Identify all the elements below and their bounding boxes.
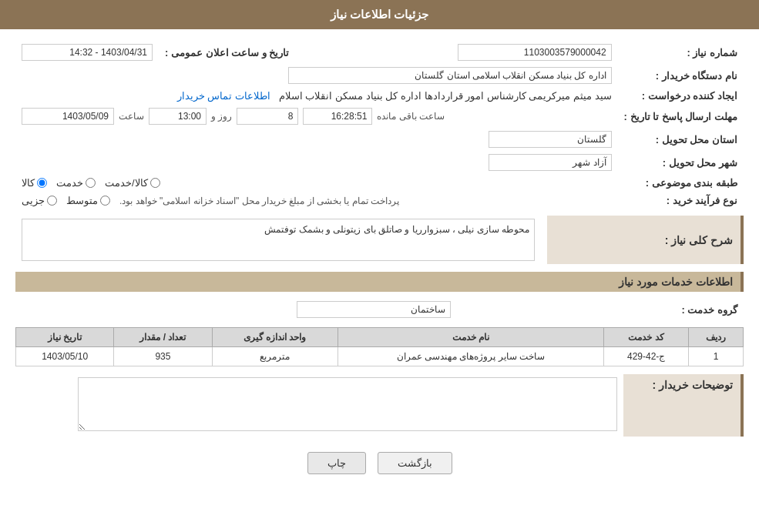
col-date: تاریخ نیاز	[16, 328, 114, 347]
main-content: شماره نیاز : 1103003579000042 تاریخ و سا…	[0, 29, 759, 494]
creator-text: سید میثم میرکریمی کارشناس امور قراردادها…	[279, 90, 612, 102]
category-both-option[interactable]: کالا/خدمت	[105, 177, 160, 189]
service-group-display: ساختمان	[297, 301, 451, 318]
print-button[interactable]: چاپ	[307, 452, 366, 474]
grid-header: ردیف کد خدمت نام خدمت واحد اندازه گیری ت…	[16, 328, 744, 347]
announce-display: 1403/04/31 - 14:32	[22, 44, 153, 61]
button-row: بازگشت چاپ	[15, 452, 744, 474]
cell-date: 1403/05/10	[16, 347, 114, 366]
cell-quantity: 935	[114, 347, 212, 366]
deadline-date-display: 1403/05/09	[22, 108, 114, 125]
need-desc-display: محوطه سازی نیلی ، سبزوارریا و صاتلق باى …	[22, 219, 535, 261]
need-desc-section: شرح کلی نیاز : محوطه سازی نیلی ، سبزوارر…	[15, 216, 744, 264]
purchase-type-jozi-label: جزیی	[22, 195, 45, 206]
category-service-label: خدمت	[56, 177, 83, 189]
grid-body: 1ج-42-429ساخت سایر پروژه‌های مهندسی عمرا…	[16, 347, 744, 366]
back-button[interactable]: بازگشت	[378, 452, 452, 474]
category-both-label: کالا/خدمت	[105, 177, 148, 189]
deadline-label: مهلت ارسال پاسخ تا تاریخ :	[618, 105, 744, 128]
buyer-org-label: نام دستگاه خریدار :	[618, 64, 744, 87]
purchase-type-motavaset-radio[interactable]	[100, 196, 110, 206]
info-table: شماره نیاز : 1103003579000042 تاریخ و سا…	[15, 41, 744, 209]
purchase-type-value: جزیی متوسط پرداخت تمام یا بخشی از مبلغ خ…	[15, 192, 618, 209]
col-name: نام خدمت	[338, 328, 604, 347]
category-label: طبقه بندی موضوعی :	[618, 174, 744, 192]
category-kala-option[interactable]: کالا	[22, 177, 47, 189]
purchase-type-label: نوع فرآیند خرید :	[618, 192, 744, 209]
need-desc-value: محوطه سازی نیلی ، سبزوارریا و صاتلق باى …	[15, 216, 547, 264]
deadline-remaining-label: ساعت باقی مانده	[377, 111, 445, 122]
city-value: آزاد شهر	[15, 151, 618, 174]
table-row: 1ج-42-429ساخت سایر پروژه‌های مهندسی عمرا…	[16, 347, 744, 366]
city-row: شهر محل تحویل : آزاد شهر	[15, 151, 744, 174]
service-group-label: گروه خدمت :	[457, 298, 744, 321]
col-quantity: تعداد / مقدار	[114, 328, 212, 347]
category-options: کالا خدمت کالا/خدمت	[15, 174, 618, 192]
deadline-remaining-display: 16:28:51	[303, 108, 372, 125]
buyer-notes-label: توضیحات خریدار :	[623, 374, 742, 437]
need-desc-text: محوطه سازی نیلی ، سبزوارریا و صاتلق باى …	[264, 224, 529, 235]
province-label: استان محل تحویل :	[618, 128, 744, 151]
buyer-org-display: اداره کل بنیاد مسکن انقلاب اسلامی استان …	[288, 67, 612, 84]
service-group-table: گروه خدمت : ساختمان	[15, 298, 744, 321]
province-display: گلستان	[489, 131, 612, 148]
announce-value: 1403/04/31 - 14:32	[15, 41, 159, 64]
cell-unit: مترمربع	[212, 347, 338, 366]
creator-contact-link[interactable]: اطلاعات تماس خریدار	[177, 90, 270, 102]
deadline-days-label: روز و	[211, 111, 232, 122]
col-row-num: ردیف	[688, 328, 743, 347]
service-group-row: گروه خدمت : ساختمان	[15, 298, 744, 321]
creator-label: ایجاد کننده درخواست :	[618, 87, 744, 105]
col-code: کد خدمت	[604, 328, 689, 347]
purchase-type-jozi[interactable]: جزیی	[22, 195, 57, 206]
need-number-display: 1103003579000042	[458, 44, 612, 61]
city-display: آزاد شهر	[489, 154, 612, 171]
purchase-type-note: پرداخت تمام یا بخشی از مبلغ خریدار محل "…	[119, 196, 399, 206]
purchase-type-motavaset[interactable]: متوسط	[66, 195, 110, 206]
page-title: جزئیات اطلاعات نیاز	[331, 8, 428, 21]
buyer-notes-row: توضیحات خریدار :	[15, 374, 742, 437]
creator-row: ایجاد کننده درخواست : سید میثم میرکریمی …	[15, 87, 744, 105]
city-label: شهر محل تحویل :	[618, 151, 744, 174]
category-service-option[interactable]: خدمت	[56, 177, 96, 189]
services-section-title: اطلاعات خدمات مورد نیاز	[15, 272, 744, 292]
cell-code: ج-42-429	[604, 347, 689, 366]
category-row: طبقه بندی موضوعی : کالا خدمت کالا/خدمت	[15, 174, 744, 192]
category-both-radio[interactable]	[150, 178, 160, 188]
services-grid: ردیف کد خدمت نام خدمت واحد اندازه گیری ت…	[15, 327, 744, 366]
service-group-value: ساختمان	[15, 298, 457, 321]
buyer-org-row: نام دستگاه خریدار : اداره کل بنیاد مسکن …	[15, 64, 744, 87]
need-number-value: 1103003579000042	[452, 41, 618, 64]
buyer-notes-value	[15, 374, 623, 437]
cell-name: ساخت سایر پروژه‌های مهندسی عمران	[338, 347, 604, 366]
category-service-radio[interactable]	[86, 178, 96, 188]
category-kala-label: کالا	[22, 177, 35, 189]
need-number-label: شماره نیاز :	[618, 41, 744, 64]
province-value: گلستان	[15, 128, 618, 151]
page-header: جزئیات اطلاعات نیاز	[0, 0, 759, 29]
need-number-row: شماره نیاز : 1103003579000042 تاریخ و سا…	[15, 41, 744, 64]
need-desc-label: شرح کلی نیاز :	[547, 216, 742, 264]
deadline-time-label: ساعت	[119, 111, 144, 122]
purchase-type-motavaset-label: متوسط	[66, 195, 98, 206]
creator-value: سید میثم میرکریمی کارشناس امور قراردادها…	[15, 87, 618, 105]
province-row: استان محل تحویل : گلستان	[15, 128, 744, 151]
purchase-type-jozi-radio[interactable]	[47, 196, 57, 206]
category-kala-radio[interactable]	[37, 178, 47, 188]
deadline-value: 1403/05/09 ساعت 13:00 روز و 8 16:28:51 س…	[15, 105, 618, 128]
deadline-days-display: 8	[237, 108, 298, 125]
buyer-org-value: اداره کل بنیاد مسکن انقلاب اسلامی استان …	[15, 64, 618, 87]
deadline-time-display: 13:00	[149, 108, 207, 125]
buyer-notes-table: توضیحات خریدار :	[15, 374, 744, 437]
need-desc-table: شرح کلی نیاز : محوطه سازی نیلی ، سبزوارر…	[15, 216, 744, 264]
need-desc-row: شرح کلی نیاز : محوطه سازی نیلی ، سبزوارر…	[15, 216, 742, 264]
announce-label: تاریخ و ساعت اعلان عمومی :	[159, 41, 295, 64]
buyer-notes-textarea[interactable]	[78, 377, 617, 431]
cell-row: 1	[688, 347, 743, 366]
col-unit: واحد اندازه گیری	[212, 328, 338, 347]
page-wrapper: جزئیات اطلاعات نیاز شماره نیاز : 1103003…	[0, 0, 759, 532]
grid-header-row: ردیف کد خدمت نام خدمت واحد اندازه گیری ت…	[16, 328, 744, 347]
buyer-notes-section: توضیحات خریدار :	[15, 374, 744, 437]
deadline-row: مهلت ارسال پاسخ تا تاریخ : 1403/05/09 سا…	[15, 105, 744, 128]
purchase-type-row: نوع فرآیند خرید : جزیی متوسط پرداخت تمام…	[15, 192, 744, 209]
